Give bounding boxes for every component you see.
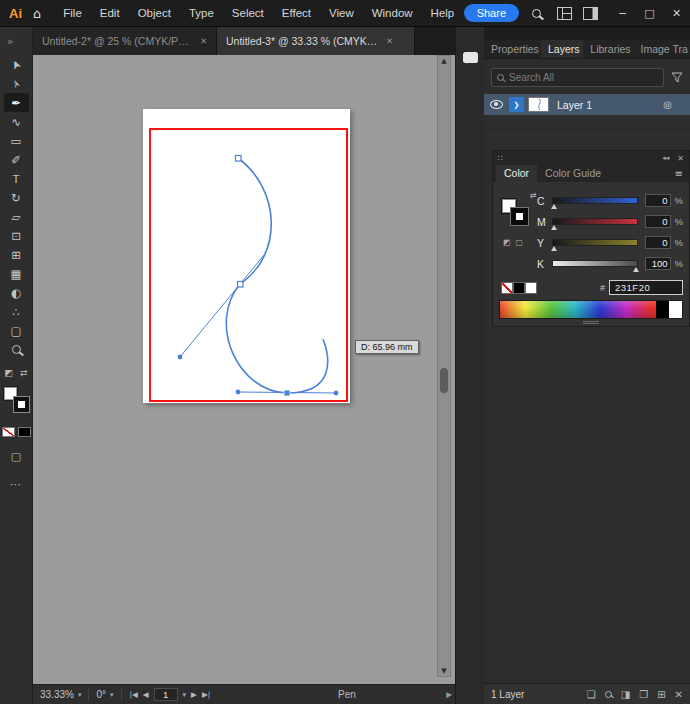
search-icon[interactable] [532,4,541,22]
delete-layer-icon[interactable]: ✕ [675,689,683,700]
artboard-number-field[interactable]: 1 [154,688,178,701]
panel-grip-icon[interactable]: ∷ [498,154,504,163]
tool-symbol-sprayer[interactable]: ∴ [4,302,29,321]
scrollbar-thumb[interactable] [440,368,448,393]
arrange-documents-icon[interactable] [557,7,572,20]
tool-blend[interactable]: ◐ [4,283,29,302]
white-swatch[interactable] [525,282,537,294]
clipping-mask-icon[interactable]: ◨ [621,689,630,700]
home-icon[interactable]: ⌂ [33,6,41,21]
close-tab-icon[interactable]: ✕ [200,36,207,46]
last-artboard-icon[interactable]: ▶| [202,690,210,699]
spectrum-gradient[interactable] [500,301,656,318]
layer-thumbnail[interactable] [528,97,549,112]
menu-help[interactable]: Help [422,0,464,27]
doc-tab-untitled-2[interactable]: Untitled-2* @ 25 % (CMYK/Previe... ✕ [33,27,217,55]
filter-icon[interactable] [671,72,683,83]
search-field[interactable] [491,68,664,87]
default-fill-stroke-icon[interactable]: ◩ [4,368,13,378]
magenta-slider[interactable] [552,218,638,225]
stroke-swatch[interactable] [14,397,29,412]
tool-pen[interactable]: ✒ [4,93,29,112]
maximize-button[interactable]: □ [636,0,663,27]
yellow-slider[interactable] [552,239,638,246]
next-artboard-icon[interactable]: ▶ [191,690,197,699]
search-input[interactable] [509,72,658,83]
tool-rectangle[interactable]: ▭ [4,131,29,150]
tool-rotate[interactable]: ↻ [4,188,29,207]
tool-direct-selection[interactable]: ➢ [4,74,29,93]
tool-paintbrush[interactable]: ✐ [4,150,29,169]
slider-thumb[interactable] [551,246,557,251]
minimize-button[interactable]: − [609,0,636,27]
tool-scale[interactable]: ⊡ [4,226,29,245]
canvas[interactable]: D: 65.96 mm ▲ ▼ [33,55,455,684]
tool-selection[interactable]: ➤ [4,55,29,74]
cyan-slider[interactable] [552,197,638,204]
none-swatch[interactable] [501,282,513,294]
menu-effect[interactable]: Effect [273,0,320,27]
tool-mesh[interactable]: ▦ [4,264,29,283]
vertical-scrollbar[interactable]: ▲ ▼ [437,55,451,677]
slider-thumb[interactable] [633,267,639,272]
menu-object[interactable]: Object [129,0,180,27]
handle-point[interactable] [334,391,339,396]
chevron-down-icon[interactable]: ▾ [183,691,187,699]
anchor-point[interactable] [238,282,244,288]
anchor-point-selected[interactable] [284,390,290,396]
panel-menu-icon[interactable]: ≡ [675,168,683,179]
visibility-toggle[interactable] [484,100,509,109]
close-button[interactable]: ✕ [663,0,690,27]
spectrum-white[interactable] [669,301,682,318]
workspace-switcher-icon[interactable] [583,7,598,20]
handle-point[interactable] [236,390,241,395]
rotation-dropdown[interactable]: 0° ▾ [89,689,120,700]
spectrum-black[interactable] [656,301,669,318]
magenta-value-field[interactable]: 0 [645,215,671,228]
handle-point[interactable] [178,355,183,360]
tool-perspective-grid[interactable]: ⊞ [4,245,29,264]
edit-toolbar-icon[interactable]: ⋯ [10,478,22,491]
tab-libraries[interactable]: Libraries [583,40,633,58]
tab-properties[interactable]: Properties [484,40,541,58]
menu-select[interactable]: Select [223,0,273,27]
hex-value-field[interactable]: 231F20 [609,280,683,295]
collect-for-export-icon[interactable]: ❏ [587,689,596,700]
tab-layers[interactable]: Layers [541,40,583,58]
layer-row[interactable]: ❯ Layer 1 ◎ [484,94,690,115]
default-fill-stroke-icon[interactable]: ◩ [503,238,511,247]
scroll-up-icon[interactable]: ▲ [438,57,450,65]
new-layer-icon[interactable]: ⊞ [657,689,665,700]
toolbar-collapse-icon[interactable]: » [0,27,32,55]
menu-file[interactable]: File [54,0,91,27]
cyan-value-field[interactable]: 0 [645,194,671,207]
yellow-value-field[interactable]: 0 [645,236,671,249]
slider-thumb[interactable] [551,225,557,230]
screen-mode-icon[interactable]: ▢ [11,450,21,463]
panel-resize-grip[interactable] [493,319,689,326]
menu-view[interactable]: View [320,0,363,27]
close-tab-icon[interactable]: ✕ [386,36,393,46]
tool-zoom[interactable] [4,340,29,359]
tab-image-trace[interactable]: Image Tra [634,40,690,58]
target-icon[interactable]: ◎ [663,99,672,110]
color-spectrum[interactable] [499,300,683,319]
stro[interactable] [511,208,528,225]
previous-artboard-icon[interactable]: ◀ [143,690,149,699]
share-button[interactable]: Share [464,4,519,22]
first-artboard-icon[interactable]: |◀ [130,690,138,699]
color-swatch[interactable] [18,427,31,437]
scroll-down-icon[interactable]: ▼ [438,667,450,675]
black-value-field[interactable]: 100 [645,257,671,270]
tool-type[interactable]: T [4,169,29,188]
illustrator-logo[interactable]: Ai [9,6,22,21]
none-color-swatch[interactable] [2,427,15,437]
scroll-right-icon[interactable]: ▶ [446,690,452,699]
swap-fill-stroke-icon[interactable]: ⇄ [20,368,28,378]
collapse-panel-icon[interactable]: ◂◂ [662,154,669,162]
black-swatch[interactable] [513,282,525,294]
anchor-point[interactable] [236,156,242,162]
black-slider[interactable] [552,260,638,267]
menu-window[interactable]: Window [363,0,422,27]
tool-eraser[interactable]: ▱ [4,207,29,226]
